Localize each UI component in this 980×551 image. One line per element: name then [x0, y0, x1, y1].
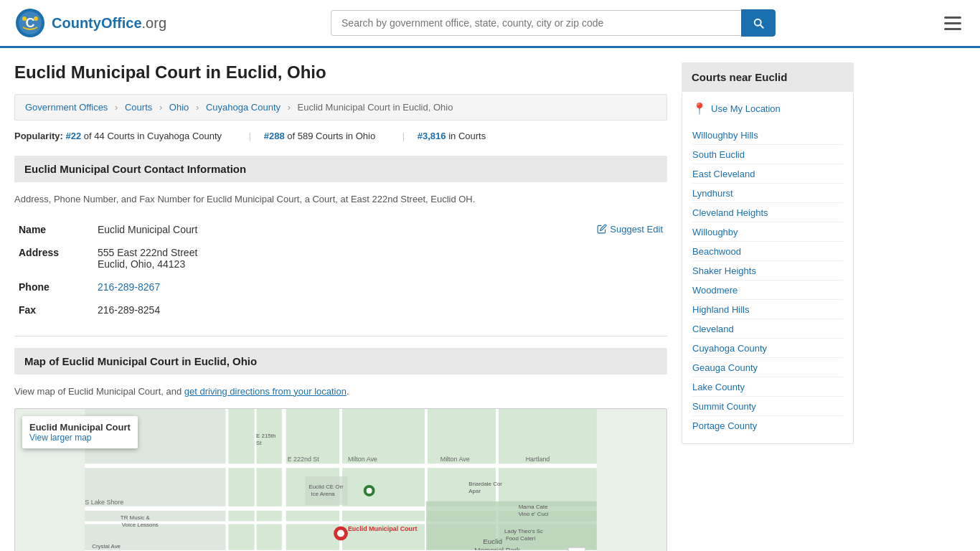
sidebar-court-link[interactable]: Willoughby [692, 227, 738, 237]
phone-link[interactable]: 216-289-8267 [98, 281, 160, 293]
view-larger-map-link[interactable]: View larger map [29, 433, 91, 443]
contact-description: Address, Phone Number, and Fax Number fo… [14, 192, 667, 207]
list-item: Portage County [692, 416, 843, 435]
popularity-bar: Popularity: #22 of 44 Courts in Cuyahoga… [14, 131, 667, 141]
sidebar-court-link[interactable]: Cuyahoga County [692, 343, 767, 354]
menu-button[interactable] [940, 12, 966, 34]
popularity-label: Popularity: [14, 131, 63, 141]
section-divider [14, 336, 667, 336]
list-item: Highland Hills [692, 300, 843, 319]
svg-text:Milton Ave: Milton Ave [440, 456, 470, 463]
fax-label: Fax [14, 298, 93, 321]
map-section-header: Map of Euclid Municipal Court in Euclid,… [14, 348, 667, 375]
svg-text:Crystal Ave: Crystal Ave [92, 543, 121, 550]
svg-text:Vino e' Cuci: Vino e' Cuci [519, 511, 549, 517]
sidebar-court-link[interactable]: Geauga County [692, 362, 758, 373]
list-item: Cleveland Heights [692, 203, 843, 222]
sidebar-court-link[interactable]: East Cleveland [692, 169, 755, 179]
popularity-item-2: #288 of 589 Courts in Ohio [264, 131, 378, 141]
search-icon [752, 17, 765, 29]
sidebar-content: 📍 Use My Location Willoughby HillsSouth … [682, 93, 854, 444]
svg-point-27 [337, 529, 344, 537]
logo-text: CountyOffice.org [52, 15, 166, 32]
page-title: Euclid Municipal Court in Euclid, Ohio [14, 62, 667, 83]
sidebar-court-link[interactable]: Portage County [692, 420, 757, 431]
popularity-separator: | [402, 131, 405, 141]
svg-text:Mama Cate: Mama Cate [519, 504, 548, 510]
search-input[interactable] [331, 10, 741, 36]
svg-text:TR Music &: TR Music & [121, 514, 151, 521]
menu-line [944, 28, 961, 30]
phone-value: 216-289-8267 [93, 276, 434, 298]
search-button[interactable] [741, 9, 776, 37]
site-header: C CountyOffice.org [0, 0, 980, 48]
list-item: Geauga County [692, 358, 843, 377]
breadcrumb-separator: › [288, 102, 291, 113]
svg-text:S Lake Shore: S Lake Shore [85, 499, 123, 506]
logo[interactable]: C CountyOffice.org [14, 7, 166, 39]
sidebar-court-link[interactable]: Woodmere [692, 285, 738, 296]
list-item: Woodmere [692, 281, 843, 300]
svg-rect-20 [426, 501, 597, 551]
svg-point-4 [34, 17, 38, 21]
sidebar-court-link[interactable]: Lake County [692, 382, 745, 392]
suggest-edit-link[interactable]: Suggest Edit [438, 224, 663, 235]
suggest-edit-cell: Suggest Edit [434, 218, 667, 321]
svg-text:Voice Lessons: Voice Lessons [122, 522, 159, 528]
map-description: View map of Euclid Municipal Court, and … [14, 385, 667, 399]
svg-text:E 215th: E 215th [256, 433, 275, 439]
svg-text:St: St [256, 440, 262, 446]
nearby-courts-list: Willoughby HillsSouth EuclidEast Clevela… [692, 126, 843, 435]
breadcrumb-separator: › [159, 102, 162, 113]
search-area [331, 9, 776, 37]
map-info-box: Euclid Municipal Court View larger map [22, 416, 138, 448]
phone-label: Phone [14, 276, 93, 298]
breadcrumb-link[interactable]: Government Offices [25, 102, 108, 113]
name-value: Euclid Municipal Court [93, 218, 434, 241]
list-item: Shaker Heights [692, 261, 843, 281]
svg-text:Euclid Municipal Court: Euclid Municipal Court [348, 525, 418, 532]
sidebar-court-link[interactable]: Cleveland Heights [692, 207, 768, 218]
directions-link[interactable]: get driving directions from your locatio… [184, 386, 347, 397]
sidebar-court-link[interactable]: Willoughby Hills [692, 130, 758, 141]
sidebar-court-link[interactable]: Highland Hills [692, 304, 749, 315]
map-container[interactable]: E 222nd St Milton Ave Milton Ave Hartlan… [14, 408, 667, 551]
popularity-item-1: #22 of 44 Courts in Cuyahoga County [66, 131, 225, 141]
svg-text:C: C [26, 16, 35, 30]
table-row: Name Euclid Municipal Court Suggest Edit [14, 218, 667, 241]
sidebar-court-link[interactable]: Shaker Heights [692, 265, 756, 276]
list-item: Cleveland [692, 319, 843, 339]
svg-text:Food Cateri: Food Cateri [506, 535, 536, 542]
use-my-location-link[interactable]: Use My Location [711, 103, 781, 114]
sidebar-court-link[interactable]: Summit County [692, 401, 756, 412]
svg-text:Ice Arena: Ice Arena [311, 491, 335, 497]
sidebar-court-link[interactable]: Cleveland [692, 324, 734, 334]
address-value: 555 East 222nd Street Euclid, Ohio, 4412… [93, 241, 434, 276]
list-item: Willoughby Hills [692, 126, 843, 145]
list-item: Lake County [692, 377, 843, 397]
popularity-item-3: #3,816 in Courts [418, 131, 486, 141]
list-item: Beachwood [692, 242, 843, 261]
edit-icon [597, 224, 607, 234]
main-content: Euclid Municipal Court in Euclid, Ohio G… [14, 62, 682, 551]
svg-text:E 222nd St: E 222nd St [288, 456, 320, 463]
sidebar-court-link[interactable]: Lyndhurst [692, 188, 733, 199]
use-my-location-row: 📍 Use My Location [692, 102, 843, 116]
breadcrumb-current: Euclid Municipal Court in Euclid, Ohio [298, 102, 453, 113]
sidebar-court-link[interactable]: South Euclid [692, 149, 745, 160]
sidebar-header: Courts near Euclid [682, 62, 854, 92]
sidebar-court-link[interactable]: Beachwood [692, 246, 741, 257]
popularity-separator: | [249, 131, 251, 141]
svg-text:Lady Theo's Sc: Lady Theo's Sc [504, 528, 543, 534]
breadcrumb-link[interactable]: Courts [125, 102, 152, 113]
list-item: South Euclid [692, 145, 843, 164]
fax-value: 216-289-8254 [93, 298, 434, 321]
breadcrumb-link[interactable]: Ohio [169, 102, 189, 113]
list-item: Summit County [692, 397, 843, 416]
address-label: Address [14, 241, 93, 276]
menu-line [944, 22, 961, 24]
breadcrumb-link[interactable]: Cuyahoga County [206, 102, 281, 113]
sidebar: Courts near Euclid 📍 Use My Location Wil… [682, 62, 854, 551]
svg-text:Hartland: Hartland [526, 456, 550, 463]
contact-section-header: Euclid Municipal Court Contact Informati… [14, 156, 667, 182]
